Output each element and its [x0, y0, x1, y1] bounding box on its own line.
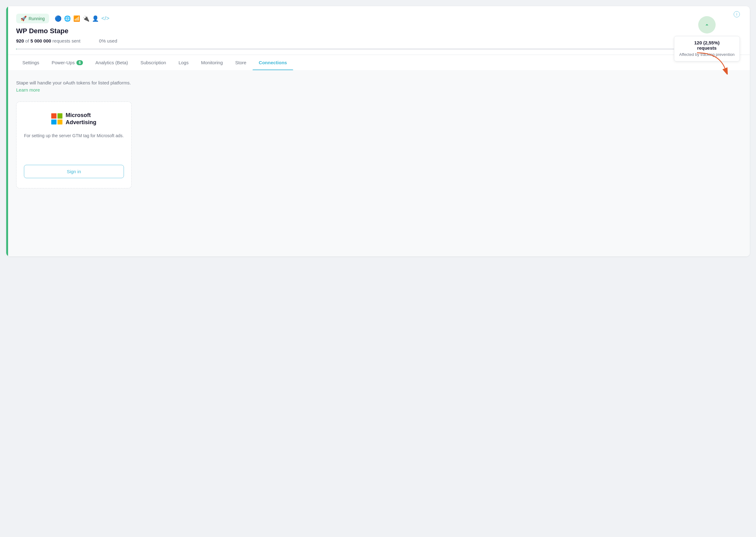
globe-icon[interactable]: 🌐 — [64, 15, 71, 22]
requests-sent-count: 920 — [16, 38, 24, 43]
chevron-up-icon — [703, 21, 710, 28]
card-header: 🚀 Running 🔵 🌐 📶 🔌 👤 </> i — [6, 6, 750, 50]
icon-group: 🔵 🌐 📶 🔌 👤 </> — [55, 15, 109, 22]
chevron-circle[interactable] — [698, 16, 716, 33]
info-bubble: i 120 (2,55%) requests Affected by track… — [674, 11, 740, 62]
site-title: WP Demo Stape — [16, 27, 740, 35]
user-icon[interactable]: 👤 — [92, 15, 99, 22]
tab-subscription[interactable]: Subscription — [134, 55, 172, 70]
content-area: Stape will handle your oAuth tokens for … — [6, 70, 750, 256]
learn-more-link[interactable]: Learn more — [16, 87, 40, 93]
sign-in-button[interactable]: Sign in — [24, 165, 124, 178]
requests-sent-text: 920 of 5 000 000 requests sent — [16, 38, 80, 43]
ms-logo: MicrosoftAdvertising — [51, 112, 96, 126]
code-icon[interactable]: </> — [101, 15, 109, 22]
tab-logs[interactable]: Logs — [172, 55, 195, 70]
running-label: Running — [28, 16, 45, 21]
plugin-icon[interactable]: 🔌 — [83, 15, 89, 22]
dots-icon[interactable]: 🔵 — [55, 15, 62, 22]
running-badge[interactable]: 🚀 Running — [16, 14, 49, 23]
tracking-unit: requests — [679, 45, 734, 51]
power-ups-badge: 6 — [76, 60, 83, 65]
ms-blue-square — [51, 119, 57, 125]
info-icon[interactable]: i — [734, 11, 740, 18]
cards-grid: MicrosoftAdvertising For setting up the … — [16, 102, 740, 188]
tracking-count: 120 (2,55%) — [679, 40, 734, 45]
ms-green-square — [58, 113, 63, 119]
tab-settings[interactable]: Settings — [16, 55, 45, 70]
tracking-description: Affected by tracking prevention — [679, 52, 734, 58]
progress-bar — [16, 48, 740, 50]
connections-intro: Stape will handle your oAuth tokens for … — [16, 80, 740, 85]
tab-store[interactable]: Store — [229, 55, 252, 70]
microsoft-advertising-card: MicrosoftAdvertising For setting up the … — [16, 102, 132, 188]
tab-monitoring[interactable]: Monitoring — [195, 55, 229, 70]
page-wrapper: 🚀 Running 🔵 🌐 📶 🔌 👤 </> i — [0, 0, 756, 537]
tab-analytics[interactable]: Analytics (Beta) — [89, 55, 134, 70]
top-row: 🚀 Running 🔵 🌐 📶 🔌 👤 </> i — [16, 14, 740, 23]
rocket-icon: 🚀 — [21, 16, 27, 21]
tab-power-ups[interactable]: Power-Ups 6 — [45, 55, 89, 70]
ms-description: For setting up the server GTM tag for Mi… — [24, 133, 124, 157]
tab-connections[interactable]: Connections — [252, 55, 293, 70]
ms-name: MicrosoftAdvertising — [66, 112, 96, 126]
requests-row: 920 of 5 000 000 requests sent 0% used — [16, 38, 740, 43]
requests-of: of — [25, 38, 30, 43]
status-icons: 🚀 Running 🔵 🌐 📶 🔌 👤 </> — [16, 14, 109, 23]
used-text: 0% used — [99, 38, 117, 43]
ms-red-square — [51, 113, 57, 119]
tracking-tooltip: 120 (2,55%) requests Affected by trackin… — [674, 36, 740, 62]
requests-total: 5 000 000 — [30, 38, 51, 43]
requests-label: requests sent — [53, 38, 80, 43]
ms-grid-icon — [51, 113, 63, 124]
chart-icon[interactable]: 📶 — [73, 15, 80, 22]
main-card: 🚀 Running 🔵 🌐 📶 🔌 👤 </> i — [6, 6, 750, 256]
ms-yellow-square — [58, 119, 63, 125]
tabs-row: Settings Power-Ups 6 Analytics (Beta) Su… — [6, 55, 750, 70]
